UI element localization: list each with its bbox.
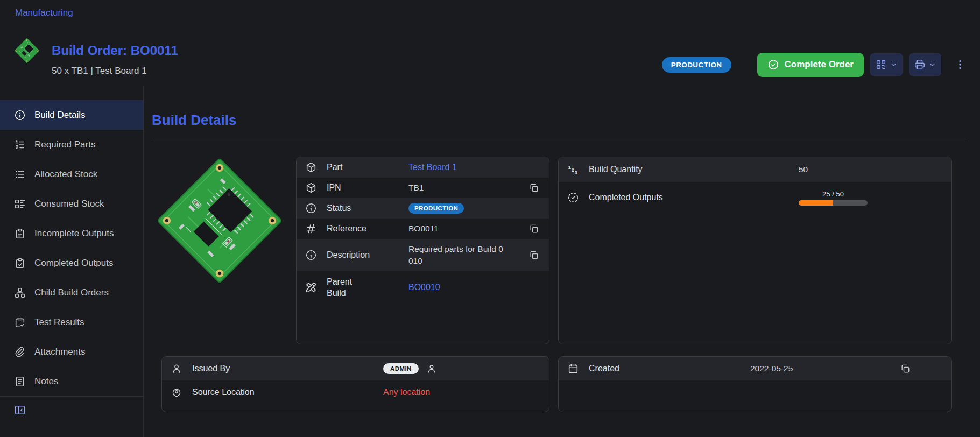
sidebar-item-completed-outputs[interactable]: Completed Outputs [0,248,143,278]
sidebar-item-label: Build Details [34,110,86,121]
created-panel: Created 2022-05-25 [558,356,952,412]
part-image[interactable] [156,157,284,285]
title-block: Build Order: BO0011 50 x TB1 | Test Boar… [52,38,178,86]
sidebar-item-allocated-stock[interactable]: Allocated Stock [0,159,143,189]
parent-build-label: Parent Build [327,276,364,299]
source-location-label: Source Location [192,387,383,397]
sidebar-item-test-results[interactable]: Test Results [0,307,143,337]
detail-row-reference: Reference BO0011 [297,219,549,239]
admin-badge: ADMIN [383,363,419,374]
info-circle-icon [14,109,26,121]
numbers-icon [567,164,580,175]
page-subtitle: 50 x TB1 | Test Board 1 [52,66,178,76]
sidebar-item-consumed-stock[interactable]: Consumed Stock [0,189,143,219]
copy-icon [528,182,539,193]
sidebar-item-notes[interactable]: Notes [0,366,143,396]
breadcrumb-link-manufacturing[interactable]: Manufacturing [15,8,73,18]
issued-by-row: Issued By ADMIN [162,357,549,380]
build-quantity-label: Build Quantity [589,165,799,174]
detail-row-status: Status PRODUCTION [297,198,549,219]
copy-description-button[interactable] [527,249,540,262]
issue-panel: Issued By ADMIN Source Location Any loca… [161,356,549,412]
collapse-sidebar-button[interactable] [14,404,30,416]
sidebar-divider [0,396,143,397]
complete-order-label: Complete Order [785,59,854,70]
copy-created-button[interactable] [899,362,912,375]
sidebar-collapse-icon [14,404,30,416]
part-thumbnail[interactable] [14,38,40,64]
parent-build-link[interactable]: BO0010 [408,283,440,292]
section-divider [152,138,966,138]
source-location-row: Source Location Any location [162,380,549,404]
header-title-group: Build Order: BO0011 50 x TB1 | Test Boar… [14,38,178,86]
part-link[interactable]: Test Board 1 [408,163,457,172]
completed-progress-fill [799,200,833,206]
sidebar-item-label: Notes [34,376,58,387]
issued-by-label: Issued By [192,364,383,373]
list-details-icon [14,198,26,210]
completed-progress-label: 25 / 50 [822,190,844,198]
completed-outputs-label: Completed Outputs [589,193,799,202]
sidebar-item-label: Completed Outputs [34,258,113,269]
header-actions: PRODUCTION Complete Order [662,43,966,86]
copy-icon [900,363,911,374]
breadcrumb: Manufacturing [0,0,980,26]
sidebar-item-label: Child Build Orders [34,287,109,298]
progress-check-icon [567,192,580,203]
copy-reference-button[interactable] [527,222,540,235]
build-quantity-value: 50 [799,165,808,174]
list-numbers-icon [14,139,26,151]
ipn-value: TB1 [408,183,424,193]
details-panel: Part Test Board 1 IPN TB1 Status [296,157,549,344]
sidebar-item-child-build-orders[interactable]: Child Build Orders [0,278,143,307]
clipboard-check-icon [14,257,26,269]
sidebar-item-attachments[interactable]: Attachments [0,337,143,366]
clipboard-icon [14,228,26,239]
created-row: Created 2022-05-25 [559,357,951,380]
main-content: Build Details Part Test Board 1 [144,86,980,437]
info-circle-icon [305,249,318,261]
tools-icon [305,281,318,293]
sidebar-item-required-parts[interactable]: Required Parts [0,130,143,159]
sidebar: Build Details Required Parts Allocated S… [0,86,144,437]
paperclip-icon [14,346,26,358]
circle-check-icon [767,59,779,71]
box-icon [305,161,318,173]
chevron-down-icon [928,61,936,69]
status-label: Status [327,203,408,213]
issued-by-value-group: ADMIN [383,363,437,374]
completed-progress-bar [799,200,868,206]
print-actions-button[interactable] [909,53,941,76]
section-title: Build Details [152,112,966,129]
reference-value: BO0011 [408,224,439,234]
source-location-value: Any location [383,387,430,397]
list-icon [14,168,26,180]
created-label: Created [589,364,750,373]
copy-icon [528,250,539,260]
production-status-badge: PRODUCTION [408,203,464,214]
barcode-actions-button[interactable] [870,53,903,76]
sidebar-item-build-details[interactable]: Build Details [0,100,143,130]
description-label: Description [327,250,408,260]
sidebar-item-incomplete-outputs[interactable]: Incomplete Outputs [0,219,143,248]
notes-icon [14,376,26,387]
description-value: Required parts for Build 0010 [408,239,504,271]
reference-label: Reference [327,224,408,234]
more-actions-button[interactable] [954,53,966,76]
printer-icon [914,59,926,71]
completed-outputs-row: Completed Outputs 25 / 50 [559,182,951,213]
detail-row-description: Description Required parts for Build 001… [297,239,549,271]
page-title: Build Order: BO0011 [52,43,178,58]
map-pin-icon [171,386,184,398]
copy-ipn-button[interactable] [527,181,540,194]
dots-vertical-icon [954,59,966,71]
info-circle-icon [305,202,318,214]
quantity-panel: Build Quantity 50 Completed Outputs 25 /… [558,157,952,344]
part-image-container [152,157,287,344]
qrcode-icon [875,59,887,71]
ipn-label: IPN [327,183,408,193]
detail-row-ipn: IPN TB1 [297,178,549,198]
sidebar-item-label: Incomplete Outputs [34,228,114,239]
created-value: 2022-05-25 [750,364,793,373]
complete-order-button[interactable]: Complete Order [757,53,864,77]
